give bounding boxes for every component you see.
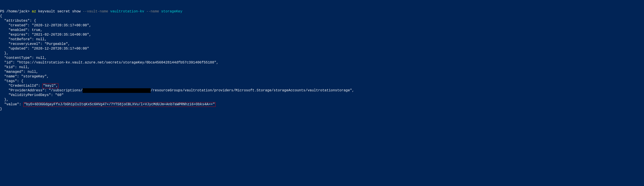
json-managed: "managed": null,: [0, 70, 38, 74]
json-open: {: [0, 14, 2, 18]
json-attributes: "attributes": {: [0, 19, 36, 23]
json-contenttype: "contentType": null,: [0, 56, 46, 60]
json-expires: "expires": "2021-02-26T20:35:16+00:00",: [0, 33, 91, 37]
json-id: "id": "https://vaultrotation-kv.vault.az…: [0, 61, 218, 65]
json-credentialid-value: "key2",: [43, 84, 58, 88]
command-binary: az: [32, 10, 36, 14]
json-credentialid-key: "CredentialId":: [0, 84, 42, 88]
json-kid: "kid": null,: [0, 65, 30, 69]
json-provider-post: /resourceGroups/vaultrotation/providers/…: [150, 88, 354, 92]
terminal-window[interactable]: PS /home/jack> az keyvault secret show -…: [0, 9, 644, 111]
json-validity: "ValidityPeriodDays": "60": [0, 93, 64, 97]
json-attr-close: },: [0, 51, 8, 55]
redacted-subscription-id: [82, 88, 150, 93]
json-created: "created": "2020-12-28T20:35:17+00:00",: [0, 24, 91, 28]
json-name: "name": "storageKey",: [0, 75, 49, 79]
value-name: storageKey: [161, 10, 182, 14]
highlight-credentialid: "key2",: [42, 84, 58, 88]
json-tags-open: "tags": {: [0, 79, 24, 83]
json-updated: "updated": "2020-12-28T20:35:17+00:00": [0, 47, 89, 51]
json-notbefore: "notBefore": null,: [0, 37, 46, 41]
json-enabled: "enabled": true,: [0, 28, 42, 32]
prompt-prefix: PS /home/jack>: [0, 10, 30, 14]
json-value-content: "byD+6D3GGdgayFfxJ/bGh1pIuItqKx5c6HVg47+…: [24, 102, 215, 106]
flag-vault-name: --vault-name: [82, 10, 108, 14]
highlight-value: "byD+6D3GGdgayFfxJ/bGh1pIuItqKx5c6HVg47+…: [24, 102, 216, 107]
json-provider-pre: "ProviderAddress": "/subscriptions/: [0, 88, 82, 92]
flag-name: --name: [146, 10, 159, 14]
value-vault-name: vaultrotation-kv: [110, 10, 144, 14]
json-recoverylevel: "recoveryLevel": "Purgeable",: [0, 42, 70, 46]
command-args: keyvault secret show: [38, 10, 80, 14]
json-value-key: "value":: [0, 102, 24, 106]
json-tags-close: },: [0, 98, 8, 102]
json-close: }: [0, 107, 2, 111]
